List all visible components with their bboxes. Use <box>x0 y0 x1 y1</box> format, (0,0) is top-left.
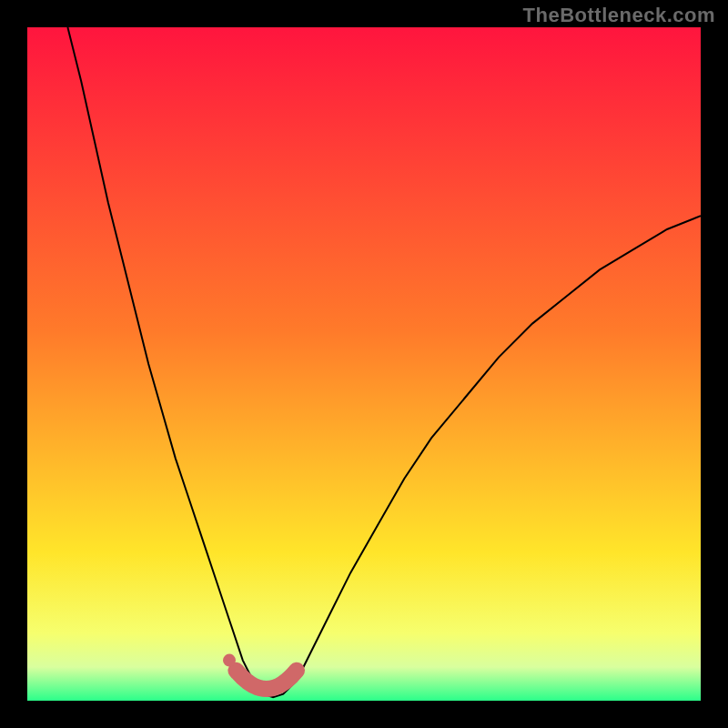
plot-area <box>27 27 701 701</box>
chart-svg <box>27 27 701 701</box>
gradient-background <box>27 27 701 701</box>
watermark-text: TheBottleneck.com <box>523 4 715 27</box>
tolerance-dot <box>223 654 236 667</box>
chart-outer-frame: TheBottleneck.com <box>0 0 728 728</box>
